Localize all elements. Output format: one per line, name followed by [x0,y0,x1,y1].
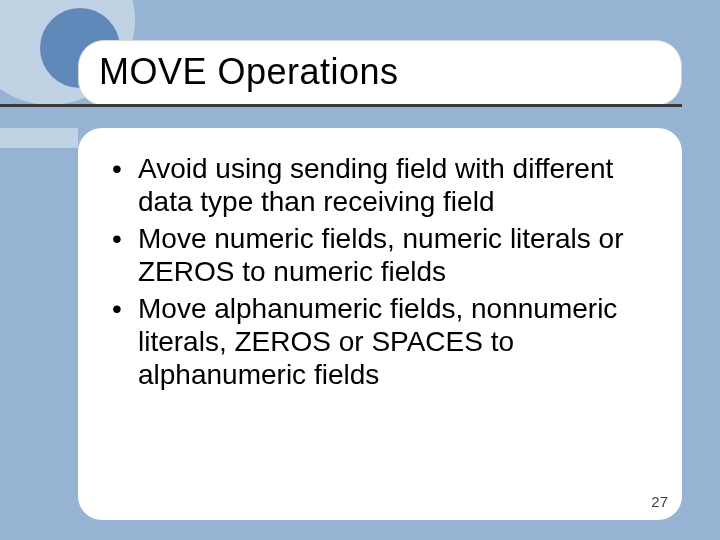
list-item: Move alphanumeric fields, nonnumeric lit… [108,292,654,391]
list-item: Avoid using sending field with different… [108,152,654,218]
list-item: Move numeric fields, numeric literals or… [108,222,654,288]
bullet-list: Avoid using sending field with different… [108,152,654,391]
title-pill: MOVE Operations [78,40,682,106]
slide: MOVE Operations Avoid using sending fiel… [0,0,720,540]
content-card: Avoid using sending field with different… [78,128,682,520]
slide-title: MOVE Operations [99,51,661,93]
title-underline [0,104,682,107]
title-row: MOVE Operations [0,40,720,106]
indent-block [0,128,78,148]
page-number: 27 [651,493,668,510]
